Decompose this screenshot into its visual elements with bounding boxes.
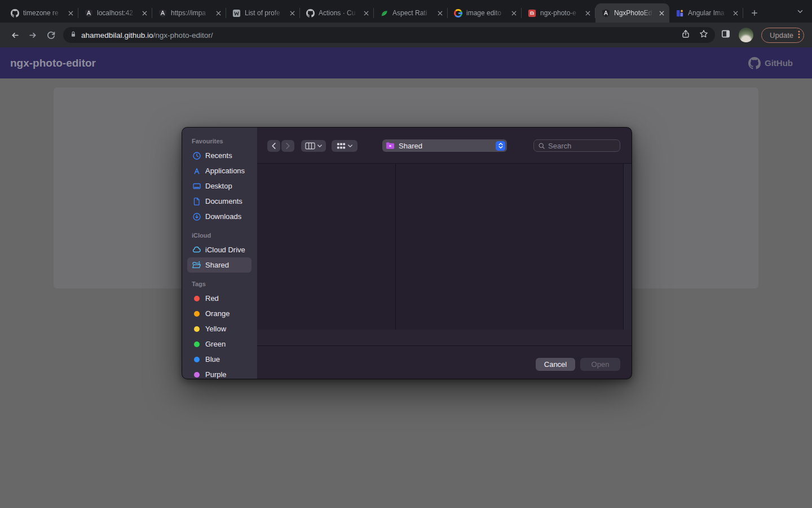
page-title: ngx-photo-editor: [10, 57, 96, 69]
tab-title: Actions · Cu: [319, 9, 358, 17]
sidebar-item-tag-purple[interactable]: Purple: [187, 367, 251, 379]
sidebar-section-tags: Tags: [192, 281, 257, 287]
grid-icon: [337, 142, 346, 150]
github-link[interactable]: GitHub: [748, 57, 793, 69]
sidebar-item-tag-red[interactable]: Red: [187, 291, 251, 306]
tab-angular-image[interactable]: Angular Ima: [669, 3, 743, 23]
sidebar-section-icloud: iCloud: [192, 232, 257, 239]
file-columns-area[interactable]: [257, 164, 632, 330]
sidebar-item-tag-orange[interactable]: Orange: [187, 306, 251, 321]
tab-strip: timezone re localhost:42 https://impa Li…: [0, 0, 812, 23]
tab-title: timezone re: [23, 9, 62, 17]
url-path: /ngx-photo-editor/: [153, 31, 213, 40]
file-open-dialog: Favourites Recents Applications Desktop …: [182, 127, 632, 379]
sidebar-item-applications[interactable]: Applications: [187, 163, 251, 178]
dialog-forward-button[interactable]: [281, 140, 294, 152]
close-icon[interactable]: [657, 8, 666, 17]
open-button[interactable]: Open: [580, 358, 620, 371]
search-icon: [538, 142, 545, 150]
reload-button[interactable]: [42, 26, 60, 44]
sidebar-item-label: Downloads: [205, 212, 241, 221]
sidebar-item-icloud-drive[interactable]: iCloud Drive: [187, 242, 251, 257]
tab-wikipedia[interactable]: List of profe: [226, 3, 300, 23]
close-icon[interactable]: [361, 8, 370, 17]
bookmark-star-icon[interactable]: [699, 29, 708, 41]
columns-icon: [305, 142, 315, 150]
close-icon[interactable]: [288, 8, 297, 17]
close-icon[interactable]: [583, 8, 592, 17]
sidebar-item-label: Orange: [205, 309, 230, 318]
tab-localhost[interactable]: localhost:42: [78, 3, 152, 23]
sidebar-item-desktop[interactable]: Desktop: [187, 178, 251, 194]
tab-title: Aspect Rati: [392, 9, 431, 17]
update-button[interactable]: Update: [761, 28, 804, 43]
purple-folder-icon: [386, 142, 395, 150]
angular-favicon-icon: [601, 8, 610, 17]
npm-favicon-icon: [527, 8, 536, 17]
tab-timezone[interactable]: timezone re: [5, 3, 78, 23]
close-icon[interactable]: [66, 8, 75, 17]
tab-title: image edito: [466, 9, 505, 17]
tab-actions[interactable]: Actions · Cu: [300, 3, 374, 23]
sidebar-item-tag-yellow[interactable]: Yellow: [187, 321, 251, 336]
avatar[interactable]: [739, 28, 753, 42]
clock-icon: [192, 151, 201, 160]
tab-npm[interactable]: ngx-photo-e: [522, 3, 595, 23]
sidebar-item-tag-blue[interactable]: Blue: [187, 352, 251, 367]
sidebar-item-label: Red: [205, 294, 219, 303]
angular-favicon-icon: [158, 8, 167, 17]
share-icon[interactable]: [681, 29, 690, 41]
tab-image-editor[interactable]: image edito: [448, 3, 522, 23]
location-dropdown[interactable]: Shared: [382, 139, 507, 152]
download-circle-icon: [192, 212, 201, 221]
dropdown-stepper-icon[interactable]: [496, 141, 505, 151]
search-input[interactable]: Search: [533, 139, 620, 152]
dialog-back-button[interactable]: [267, 140, 280, 152]
tab-title: https://impa: [171, 9, 210, 17]
tab-aspect-ratio[interactable]: Aspect Rati: [374, 3, 448, 23]
dialog-toolbar: Shared Search: [257, 128, 632, 164]
sidebar-item-shared[interactable]: Shared: [187, 257, 251, 273]
sidebar-item-downloads[interactable]: Downloads: [187, 209, 251, 224]
column-view-button[interactable]: [301, 140, 326, 152]
scrollbar-track[interactable]: [623, 164, 632, 330]
sidebar-item-documents[interactable]: Documents: [187, 194, 251, 209]
sidebar-item-tag-green[interactable]: Green: [187, 336, 251, 352]
shared-folder-icon: [192, 260, 201, 270]
address-bar[interactable]: ahamedbilal.github.io /ngx-photo-editor/: [63, 27, 715, 43]
close-icon[interactable]: [214, 8, 223, 17]
tab-title: NgxPhotoEd: [614, 9, 653, 17]
tab-https-impa[interactable]: https://impa: [152, 3, 226, 23]
sidebar-item-label: Desktop: [205, 182, 232, 190]
browser-toolbar: ahamedbilal.github.io /ngx-photo-editor/…: [0, 23, 812, 47]
close-icon[interactable]: [140, 8, 149, 17]
cancel-button[interactable]: Cancel: [536, 358, 575, 371]
close-icon[interactable]: [435, 8, 444, 17]
github-icon: [748, 57, 761, 69]
new-tab-button[interactable]: [747, 5, 762, 21]
back-button[interactable]: [6, 26, 24, 44]
app-store-icon: [192, 166, 201, 176]
tag-dot-green: [194, 341, 200, 347]
sidebar-item-recents[interactable]: Recents: [187, 148, 251, 163]
side-panel-icon[interactable]: [721, 29, 731, 41]
location-label: Shared: [399, 142, 492, 150]
tab-search-chevron-icon[interactable]: [796, 7, 804, 17]
sidebar-item-label: Blue: [205, 355, 220, 364]
tag-dot-red: [194, 296, 200, 301]
leaf-favicon-icon: [379, 8, 389, 17]
group-view-button[interactable]: [332, 140, 358, 152]
sidebar-item-label: Recents: [205, 151, 232, 160]
sidebar-item-label: Yellow: [205, 325, 226, 333]
angular-favicon-icon: [84, 8, 93, 17]
tab-title: ngx-photo-e: [540, 9, 579, 17]
search-placeholder: Search: [548, 142, 571, 150]
kebab-menu-icon[interactable]: [798, 30, 800, 41]
forward-button[interactable]: [24, 26, 42, 44]
close-icon[interactable]: [731, 8, 740, 17]
close-icon[interactable]: [509, 8, 518, 17]
tab-ngxphotoeditor-active[interactable]: NgxPhotoEd: [595, 3, 669, 23]
sidebar-item-label: Green: [205, 340, 226, 348]
tab-title: Angular Ima: [688, 9, 727, 17]
update-label: Update: [770, 31, 793, 40]
